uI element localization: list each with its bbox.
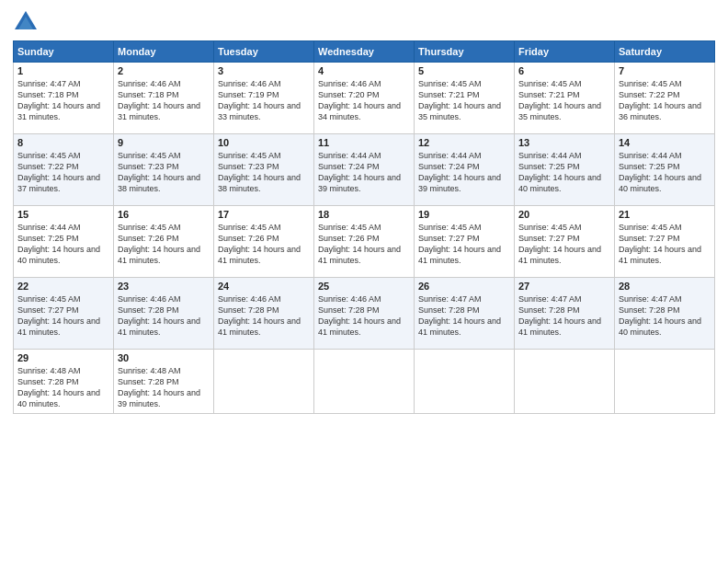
col-friday: Friday	[515, 41, 615, 63]
day-info: Sunrise: 4:45 AMSunset: 7:23 PMDaylight:…	[118, 151, 200, 193]
table-row: 2 Sunrise: 4:46 AMSunset: 7:18 PMDayligh…	[114, 63, 214, 134]
logo-icon	[13, 9, 39, 35]
table-row: 22 Sunrise: 4:45 AMSunset: 7:27 PMDaylig…	[14, 278, 114, 350]
day-info: Sunrise: 4:47 AMSunset: 7:28 PMDaylight:…	[418, 294, 501, 337]
day-number: 10	[218, 137, 310, 148]
calendar-week-row: 22 Sunrise: 4:45 AMSunset: 7:27 PMDaylig…	[14, 278, 715, 350]
day-info: Sunrise: 4:45 AMSunset: 7:26 PMDaylight:…	[118, 223, 200, 265]
day-info: Sunrise: 4:46 AMSunset: 7:18 PMDaylight:…	[118, 79, 200, 121]
calendar-week-row: 29 Sunrise: 4:48 AMSunset: 7:28 PMDaylig…	[14, 350, 715, 414]
table-row: 30 Sunrise: 4:48 AMSunset: 7:28 PMDaylig…	[114, 350, 214, 414]
day-info: Sunrise: 4:45 AMSunset: 7:23 PMDaylight:…	[218, 151, 301, 193]
day-number: 21	[619, 209, 711, 220]
day-number: 22	[17, 281, 109, 292]
logo	[13, 9, 42, 35]
day-number: 23	[118, 281, 210, 292]
day-number: 17	[218, 209, 310, 220]
day-number: 3	[218, 65, 310, 76]
table-row: 24 Sunrise: 4:46 AMSunset: 7:28 PMDaylig…	[214, 278, 314, 350]
day-info: Sunrise: 4:46 AMSunset: 7:28 PMDaylight:…	[218, 294, 301, 337]
col-thursday: Thursday	[415, 41, 515, 63]
col-wednesday: Wednesday	[314, 41, 415, 63]
day-info: Sunrise: 4:45 AMSunset: 7:27 PMDaylight:…	[17, 294, 100, 337]
table-row	[314, 350, 415, 414]
day-number: 18	[318, 209, 410, 220]
day-info: Sunrise: 4:44 AMSunset: 7:24 PMDaylight:…	[318, 151, 401, 193]
table-row	[615, 350, 715, 414]
day-info: Sunrise: 4:47 AMSunset: 7:28 PMDaylight:…	[619, 294, 701, 337]
table-row: 28 Sunrise: 4:47 AMSunset: 7:28 PMDaylig…	[615, 278, 715, 350]
table-row: 5 Sunrise: 4:45 AMSunset: 7:21 PMDayligh…	[415, 63, 515, 134]
table-row: 20 Sunrise: 4:45 AMSunset: 7:27 PMDaylig…	[515, 206, 615, 278]
table-row	[214, 350, 314, 414]
table-row: 27 Sunrise: 4:47 AMSunset: 7:28 PMDaylig…	[515, 278, 615, 350]
day-number: 1	[17, 65, 109, 76]
day-info: Sunrise: 4:45 AMSunset: 7:26 PMDaylight:…	[218, 223, 301, 265]
calendar-body: 1 Sunrise: 4:47 AMSunset: 7:18 PMDayligh…	[14, 63, 715, 414]
day-info: Sunrise: 4:45 AMSunset: 7:27 PMDaylight:…	[418, 223, 501, 265]
col-monday: Monday	[114, 41, 214, 63]
day-number: 13	[518, 137, 610, 148]
day-info: Sunrise: 4:44 AMSunset: 7:24 PMDaylight:…	[418, 151, 501, 193]
day-number: 30	[118, 352, 210, 363]
table-row: 6 Sunrise: 4:45 AMSunset: 7:21 PMDayligh…	[515, 63, 615, 134]
calendar-header-row: Sunday Monday Tuesday Wednesday Thursday…	[14, 41, 715, 63]
day-info: Sunrise: 4:45 AMSunset: 7:27 PMDaylight:…	[518, 223, 601, 265]
calendar-table: Sunday Monday Tuesday Wednesday Thursday…	[13, 40, 715, 414]
day-number: 24	[218, 281, 310, 292]
calendar-week-row: 8 Sunrise: 4:45 AMSunset: 7:22 PMDayligh…	[14, 134, 715, 206]
table-row: 11 Sunrise: 4:44 AMSunset: 7:24 PMDaylig…	[314, 134, 415, 206]
table-row: 4 Sunrise: 4:46 AMSunset: 7:20 PMDayligh…	[314, 63, 415, 134]
table-row: 8 Sunrise: 4:45 AMSunset: 7:22 PMDayligh…	[14, 134, 114, 206]
day-info: Sunrise: 4:45 AMSunset: 7:21 PMDaylight:…	[418, 79, 501, 121]
day-number: 28	[619, 281, 711, 292]
day-number: 9	[118, 137, 210, 148]
day-number: 26	[418, 281, 510, 292]
table-row: 17 Sunrise: 4:45 AMSunset: 7:26 PMDaylig…	[214, 206, 314, 278]
table-row: 7 Sunrise: 4:45 AMSunset: 7:22 PMDayligh…	[615, 63, 715, 134]
day-number: 2	[118, 65, 210, 76]
day-number: 7	[619, 65, 711, 76]
calendar-week-row: 15 Sunrise: 4:44 AMSunset: 7:25 PMDaylig…	[14, 206, 715, 278]
day-info: Sunrise: 4:45 AMSunset: 7:22 PMDaylight:…	[619, 79, 701, 121]
table-row: 25 Sunrise: 4:46 AMSunset: 7:28 PMDaylig…	[314, 278, 415, 350]
day-info: Sunrise: 4:45 AMSunset: 7:27 PMDaylight:…	[619, 223, 701, 265]
col-tuesday: Tuesday	[214, 41, 314, 63]
table-row: 23 Sunrise: 4:46 AMSunset: 7:28 PMDaylig…	[114, 278, 214, 350]
table-row: 3 Sunrise: 4:46 AMSunset: 7:19 PMDayligh…	[214, 63, 314, 134]
day-number: 29	[17, 352, 109, 363]
day-info: Sunrise: 4:45 AMSunset: 7:22 PMDaylight:…	[17, 151, 100, 193]
day-number: 19	[418, 209, 510, 220]
day-info: Sunrise: 4:44 AMSunset: 7:25 PMDaylight:…	[619, 151, 701, 193]
table-row: 9 Sunrise: 4:45 AMSunset: 7:23 PMDayligh…	[114, 134, 214, 206]
day-info: Sunrise: 4:48 AMSunset: 7:28 PMDaylight:…	[118, 366, 200, 408]
page: Sunday Monday Tuesday Wednesday Thursday…	[0, 0, 728, 563]
table-row: 1 Sunrise: 4:47 AMSunset: 7:18 PMDayligh…	[14, 63, 114, 134]
day-number: 20	[518, 209, 610, 220]
day-info: Sunrise: 4:45 AMSunset: 7:26 PMDaylight:…	[318, 223, 401, 265]
table-row: 21 Sunrise: 4:45 AMSunset: 7:27 PMDaylig…	[615, 206, 715, 278]
day-number: 4	[318, 65, 410, 76]
day-info: Sunrise: 4:44 AMSunset: 7:25 PMDaylight:…	[518, 151, 601, 193]
day-number: 12	[418, 137, 510, 148]
table-row: 15 Sunrise: 4:44 AMSunset: 7:25 PMDaylig…	[14, 206, 114, 278]
day-number: 8	[17, 137, 109, 148]
day-number: 11	[318, 137, 410, 148]
day-info: Sunrise: 4:47 AMSunset: 7:28 PMDaylight:…	[518, 294, 601, 337]
col-sunday: Sunday	[14, 41, 114, 63]
day-info: Sunrise: 4:47 AMSunset: 7:18 PMDaylight:…	[17, 79, 100, 121]
day-info: Sunrise: 4:44 AMSunset: 7:25 PMDaylight:…	[17, 223, 100, 265]
calendar-week-row: 1 Sunrise: 4:47 AMSunset: 7:18 PMDayligh…	[14, 63, 715, 134]
day-info: Sunrise: 4:46 AMSunset: 7:28 PMDaylight:…	[318, 294, 401, 337]
table-row: 16 Sunrise: 4:45 AMSunset: 7:26 PMDaylig…	[114, 206, 214, 278]
table-row: 14 Sunrise: 4:44 AMSunset: 7:25 PMDaylig…	[615, 134, 715, 206]
table-row: 29 Sunrise: 4:48 AMSunset: 7:28 PMDaylig…	[14, 350, 114, 414]
day-number: 27	[518, 281, 610, 292]
day-number: 25	[318, 281, 410, 292]
day-info: Sunrise: 4:48 AMSunset: 7:28 PMDaylight:…	[17, 366, 100, 408]
table-row: 26 Sunrise: 4:47 AMSunset: 7:28 PMDaylig…	[415, 278, 515, 350]
day-info: Sunrise: 4:46 AMSunset: 7:20 PMDaylight:…	[318, 79, 401, 121]
day-number: 14	[619, 137, 711, 148]
day-number: 16	[118, 209, 210, 220]
table-row	[415, 350, 515, 414]
